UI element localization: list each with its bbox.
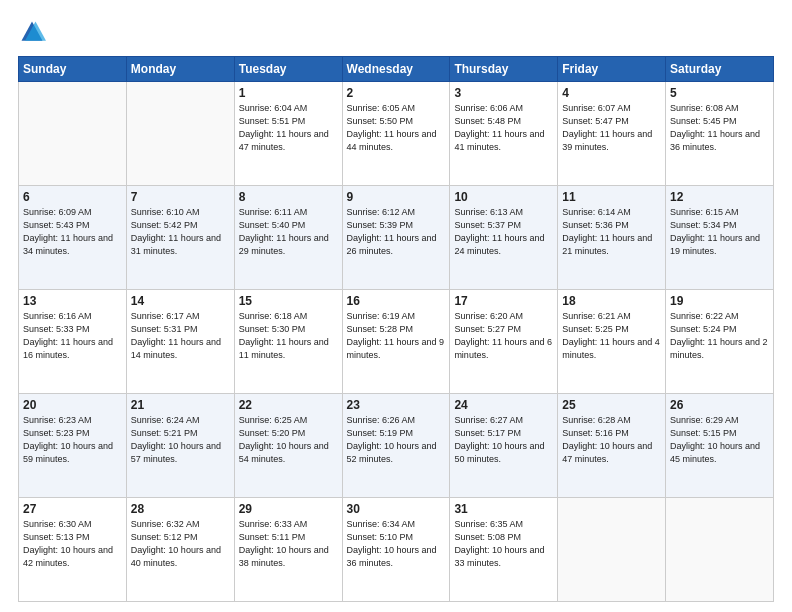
week-row-1: 1Sunrise: 6:04 AM Sunset: 5:51 PM Daylig…: [19, 82, 774, 186]
day-cell: 31Sunrise: 6:35 AM Sunset: 5:08 PM Dayli…: [450, 498, 558, 602]
day-info: Sunrise: 6:22 AM Sunset: 5:24 PM Dayligh…: [670, 310, 769, 362]
day-info: Sunrise: 6:34 AM Sunset: 5:10 PM Dayligh…: [347, 518, 446, 570]
day-cell: 24Sunrise: 6:27 AM Sunset: 5:17 PM Dayli…: [450, 394, 558, 498]
day-cell: 16Sunrise: 6:19 AM Sunset: 5:28 PM Dayli…: [342, 290, 450, 394]
weekday-header-monday: Monday: [126, 57, 234, 82]
day-cell: 27Sunrise: 6:30 AM Sunset: 5:13 PM Dayli…: [19, 498, 127, 602]
day-number: 11: [562, 190, 661, 204]
day-cell: 6Sunrise: 6:09 AM Sunset: 5:43 PM Daylig…: [19, 186, 127, 290]
day-cell: 15Sunrise: 6:18 AM Sunset: 5:30 PM Dayli…: [234, 290, 342, 394]
day-cell: 22Sunrise: 6:25 AM Sunset: 5:20 PM Dayli…: [234, 394, 342, 498]
day-info: Sunrise: 6:19 AM Sunset: 5:28 PM Dayligh…: [347, 310, 446, 362]
day-info: Sunrise: 6:09 AM Sunset: 5:43 PM Dayligh…: [23, 206, 122, 258]
day-cell: 25Sunrise: 6:28 AM Sunset: 5:16 PM Dayli…: [558, 394, 666, 498]
day-info: Sunrise: 6:33 AM Sunset: 5:11 PM Dayligh…: [239, 518, 338, 570]
day-number: 5: [670, 86, 769, 100]
day-cell: [126, 82, 234, 186]
calendar-table: SundayMondayTuesdayWednesdayThursdayFrid…: [18, 56, 774, 602]
day-info: Sunrise: 6:18 AM Sunset: 5:30 PM Dayligh…: [239, 310, 338, 362]
week-row-3: 13Sunrise: 6:16 AM Sunset: 5:33 PM Dayli…: [19, 290, 774, 394]
day-cell: 1Sunrise: 6:04 AM Sunset: 5:51 PM Daylig…: [234, 82, 342, 186]
day-cell: 5Sunrise: 6:08 AM Sunset: 5:45 PM Daylig…: [666, 82, 774, 186]
day-info: Sunrise: 6:30 AM Sunset: 5:13 PM Dayligh…: [23, 518, 122, 570]
day-cell: 17Sunrise: 6:20 AM Sunset: 5:27 PM Dayli…: [450, 290, 558, 394]
day-number: 10: [454, 190, 553, 204]
day-cell: 14Sunrise: 6:17 AM Sunset: 5:31 PM Dayli…: [126, 290, 234, 394]
weekday-header-tuesday: Tuesday: [234, 57, 342, 82]
weekday-header-wednesday: Wednesday: [342, 57, 450, 82]
day-number: 20: [23, 398, 122, 412]
day-cell: 10Sunrise: 6:13 AM Sunset: 5:37 PM Dayli…: [450, 186, 558, 290]
day-info: Sunrise: 6:08 AM Sunset: 5:45 PM Dayligh…: [670, 102, 769, 154]
day-cell: 2Sunrise: 6:05 AM Sunset: 5:50 PM Daylig…: [342, 82, 450, 186]
day-info: Sunrise: 6:28 AM Sunset: 5:16 PM Dayligh…: [562, 414, 661, 466]
day-number: 29: [239, 502, 338, 516]
day-number: 17: [454, 294, 553, 308]
day-number: 18: [562, 294, 661, 308]
day-cell: 12Sunrise: 6:15 AM Sunset: 5:34 PM Dayli…: [666, 186, 774, 290]
day-info: Sunrise: 6:11 AM Sunset: 5:40 PM Dayligh…: [239, 206, 338, 258]
day-number: 19: [670, 294, 769, 308]
day-number: 4: [562, 86, 661, 100]
day-info: Sunrise: 6:14 AM Sunset: 5:36 PM Dayligh…: [562, 206, 661, 258]
day-info: Sunrise: 6:16 AM Sunset: 5:33 PM Dayligh…: [23, 310, 122, 362]
day-cell: 7Sunrise: 6:10 AM Sunset: 5:42 PM Daylig…: [126, 186, 234, 290]
logo-icon: [18, 18, 46, 46]
header: [18, 18, 774, 46]
day-info: Sunrise: 6:35 AM Sunset: 5:08 PM Dayligh…: [454, 518, 553, 570]
day-cell: 4Sunrise: 6:07 AM Sunset: 5:47 PM Daylig…: [558, 82, 666, 186]
day-number: 2: [347, 86, 446, 100]
day-number: 15: [239, 294, 338, 308]
day-number: 31: [454, 502, 553, 516]
day-cell: 19Sunrise: 6:22 AM Sunset: 5:24 PM Dayli…: [666, 290, 774, 394]
day-number: 22: [239, 398, 338, 412]
weekday-header-thursday: Thursday: [450, 57, 558, 82]
day-cell: 11Sunrise: 6:14 AM Sunset: 5:36 PM Dayli…: [558, 186, 666, 290]
day-cell: 20Sunrise: 6:23 AM Sunset: 5:23 PM Dayli…: [19, 394, 127, 498]
weekday-header-friday: Friday: [558, 57, 666, 82]
day-info: Sunrise: 6:13 AM Sunset: 5:37 PM Dayligh…: [454, 206, 553, 258]
day-number: 27: [23, 502, 122, 516]
day-cell: 8Sunrise: 6:11 AM Sunset: 5:40 PM Daylig…: [234, 186, 342, 290]
day-info: Sunrise: 6:20 AM Sunset: 5:27 PM Dayligh…: [454, 310, 553, 362]
day-cell: 26Sunrise: 6:29 AM Sunset: 5:15 PM Dayli…: [666, 394, 774, 498]
day-number: 9: [347, 190, 446, 204]
day-info: Sunrise: 6:15 AM Sunset: 5:34 PM Dayligh…: [670, 206, 769, 258]
day-cell: [19, 82, 127, 186]
page: SundayMondayTuesdayWednesdayThursdayFrid…: [0, 0, 792, 612]
day-info: Sunrise: 6:07 AM Sunset: 5:47 PM Dayligh…: [562, 102, 661, 154]
day-cell: 9Sunrise: 6:12 AM Sunset: 5:39 PM Daylig…: [342, 186, 450, 290]
day-number: 7: [131, 190, 230, 204]
day-info: Sunrise: 6:05 AM Sunset: 5:50 PM Dayligh…: [347, 102, 446, 154]
day-info: Sunrise: 6:26 AM Sunset: 5:19 PM Dayligh…: [347, 414, 446, 466]
day-number: 1: [239, 86, 338, 100]
week-row-4: 20Sunrise: 6:23 AM Sunset: 5:23 PM Dayli…: [19, 394, 774, 498]
day-cell: [666, 498, 774, 602]
day-info: Sunrise: 6:27 AM Sunset: 5:17 PM Dayligh…: [454, 414, 553, 466]
day-number: 13: [23, 294, 122, 308]
day-number: 26: [670, 398, 769, 412]
day-number: 14: [131, 294, 230, 308]
day-number: 30: [347, 502, 446, 516]
day-cell: 29Sunrise: 6:33 AM Sunset: 5:11 PM Dayli…: [234, 498, 342, 602]
day-cell: [558, 498, 666, 602]
day-number: 16: [347, 294, 446, 308]
day-number: 6: [23, 190, 122, 204]
day-number: 3: [454, 86, 553, 100]
day-number: 25: [562, 398, 661, 412]
day-info: Sunrise: 6:10 AM Sunset: 5:42 PM Dayligh…: [131, 206, 230, 258]
day-info: Sunrise: 6:04 AM Sunset: 5:51 PM Dayligh…: [239, 102, 338, 154]
day-number: 28: [131, 502, 230, 516]
day-info: Sunrise: 6:25 AM Sunset: 5:20 PM Dayligh…: [239, 414, 338, 466]
day-info: Sunrise: 6:12 AM Sunset: 5:39 PM Dayligh…: [347, 206, 446, 258]
day-info: Sunrise: 6:21 AM Sunset: 5:25 PM Dayligh…: [562, 310, 661, 362]
day-info: Sunrise: 6:24 AM Sunset: 5:21 PM Dayligh…: [131, 414, 230, 466]
day-number: 8: [239, 190, 338, 204]
day-info: Sunrise: 6:17 AM Sunset: 5:31 PM Dayligh…: [131, 310, 230, 362]
day-info: Sunrise: 6:32 AM Sunset: 5:12 PM Dayligh…: [131, 518, 230, 570]
weekday-header-row: SundayMondayTuesdayWednesdayThursdayFrid…: [19, 57, 774, 82]
day-cell: 13Sunrise: 6:16 AM Sunset: 5:33 PM Dayli…: [19, 290, 127, 394]
weekday-header-sunday: Sunday: [19, 57, 127, 82]
day-info: Sunrise: 6:23 AM Sunset: 5:23 PM Dayligh…: [23, 414, 122, 466]
day-cell: 23Sunrise: 6:26 AM Sunset: 5:19 PM Dayli…: [342, 394, 450, 498]
